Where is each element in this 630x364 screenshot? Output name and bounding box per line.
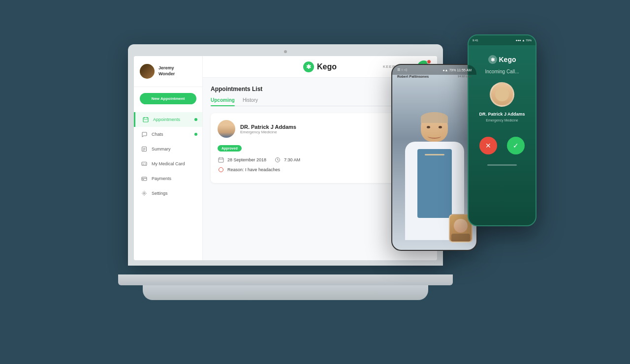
settings-icon <box>141 190 148 197</box>
sidebar-item-settings[interactable]: Settings <box>134 186 202 201</box>
user-profile: Jeremy Wonder <box>134 64 202 87</box>
tab-history[interactable]: History <box>243 97 258 106</box>
sidebar-item-payments[interactable]: Payments <box>134 171 202 186</box>
sidebar-item-medical-card[interactable]: My Medical Card <box>134 156 202 171</box>
caller-name: Robert Pattinsones <box>397 75 429 78</box>
sidebar-item-label: My Medical Card <box>152 161 185 166</box>
reason-icon <box>218 166 224 173</box>
svg-rect-15 <box>143 179 144 180</box>
appointment-reason: Reason: I have headaches <box>227 167 280 172</box>
kego-call-icon: ✱ <box>488 55 497 64</box>
doctor-avatar <box>218 120 235 138</box>
user-name: Jeremy Wonder <box>158 65 175 77</box>
doctor-details: DR. Patrick J Addams Emergency Medicine <box>240 124 296 134</box>
incoming-call-text: Incoming Call... <box>469 69 536 74</box>
svg-rect-13 <box>142 177 147 181</box>
chats-notification-dot <box>194 133 197 136</box>
video-phone-status-bar: ☰ ○ ◁ ●▲ 79% 11:55 AM <box>392 65 476 75</box>
decline-call-button[interactable]: ✕ <box>479 137 497 154</box>
doctor-name: DR. Patrick J Addams <box>240 124 296 130</box>
appointments-notification-dot <box>194 118 197 121</box>
video-status-right: ●▲ 79% 11:55 AM <box>442 68 472 72</box>
kego-call-name: Kego <box>499 56 516 63</box>
laptop-base <box>118 274 453 285</box>
svg-rect-11 <box>145 164 146 164</box>
call-time: 14:32 Late <box>458 75 472 78</box>
call-buttons: ✕ ✓ <box>469 137 536 154</box>
phone-video: ☰ ○ ◁ ●▲ 79% 11:55 AM Robert Pattinsones… <box>391 64 477 251</box>
phone-call: 9:41 ●●● ▲ 79% ✱ Kego Incoming Call... D… <box>468 34 536 226</box>
svg-rect-12 <box>145 164 146 165</box>
scene: Jeremy Wonder New Appointment <box>94 34 536 330</box>
doctor-specialty: Emergency Medicine <box>240 130 296 134</box>
sidebar-item-chats[interactable]: Chats <box>134 127 202 142</box>
laptop-foot <box>143 285 428 300</box>
payments-icon <box>141 175 148 182</box>
sidebar-item-label: Summary <box>152 147 171 152</box>
appointments-icon <box>142 116 149 123</box>
sidebar: Jeremy Wonder New Appointment <box>134 56 203 260</box>
svg-point-16 <box>144 193 145 194</box>
sidebar-item-appointments[interactable]: Appointments <box>134 112 202 127</box>
logo: ✱ Kego <box>303 61 337 72</box>
sidebar-item-label: Chats <box>152 132 163 137</box>
decline-icon: ✕ <box>485 142 491 150</box>
sidebar-item-label: Settings <box>152 191 168 196</box>
call-avatar <box>490 82 514 107</box>
video-status-icons: ☰ ○ ◁ <box>397 68 407 72</box>
appointment-time: 7:30 AM <box>284 157 300 162</box>
accept-icon: ✓ <box>513 142 519 150</box>
calendar-icon <box>218 156 224 163</box>
tab-upcoming[interactable]: Upcoming <box>211 97 235 106</box>
notification-badge <box>427 60 431 64</box>
call-doctor-specialty: Emergency Medicine <box>469 119 536 122</box>
status-badge: Approved <box>218 145 242 152</box>
svg-rect-4 <box>142 147 147 152</box>
call-doctor-name: DR. Patrick J Addams <box>469 112 536 117</box>
call-slider <box>487 164 517 166</box>
avatar <box>140 64 155 79</box>
summary-icon <box>141 146 148 152</box>
new-appointment-button[interactable]: New Appointment <box>140 93 196 104</box>
sidebar-item-summary[interactable]: Summary <box>134 142 202 156</box>
call-status-bar: 9:41 ●●● ▲ 79% <box>469 35 536 45</box>
call-status-time: 9:41 <box>472 39 478 42</box>
laptop-camera <box>284 50 287 53</box>
clock-icon <box>274 156 281 163</box>
video-background: Robert Pattinsones 14:32 Late <box>392 65 476 250</box>
chats-icon <box>141 131 148 138</box>
sidebar-item-label: Appointments <box>153 117 180 122</box>
kego-call-logo: ✱ Kego <box>469 45 536 69</box>
call-status-signal: ●●● ▲ 79% <box>516 39 532 42</box>
accept-call-button[interactable]: ✓ <box>507 137 525 154</box>
svg-line-23 <box>278 160 279 160</box>
svg-point-24 <box>219 168 223 172</box>
sidebar-item-label: Payments <box>152 176 171 181</box>
app-name: Kego <box>317 62 337 71</box>
logo-icon: ✱ <box>303 61 314 72</box>
medical-card-icon <box>141 160 148 167</box>
appointment-date: 28 September 2018 <box>227 157 266 162</box>
